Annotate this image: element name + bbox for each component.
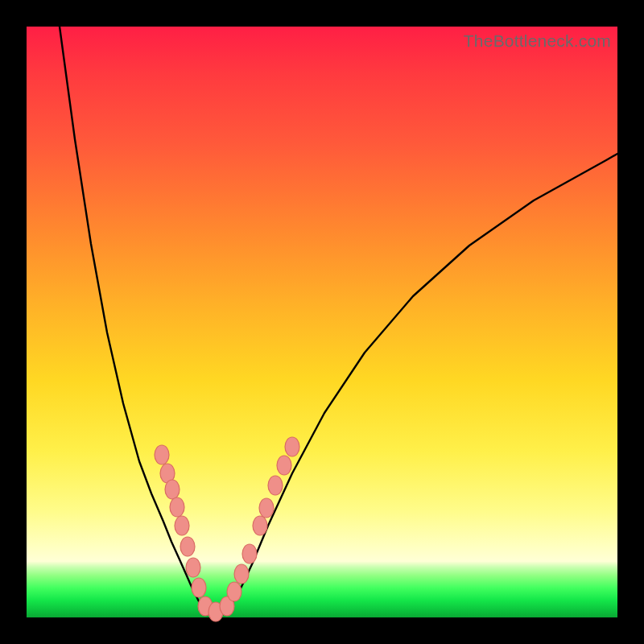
marker-group [155,437,299,621]
data-marker [268,476,283,495]
data-marker [155,445,169,464]
data-marker [242,544,257,564]
data-marker [277,456,291,475]
data-marker [227,582,242,601]
data-marker [234,564,249,584]
chart-svg [27,27,617,617]
plot-area: TheBottleneck.com [27,27,617,617]
data-marker [253,516,267,535]
data-marker [170,497,184,517]
data-marker [285,437,299,456]
outer-frame: TheBottleneck.com [0,0,644,644]
data-marker [180,537,195,556]
bottleneck-curve [60,27,617,612]
data-marker [175,516,189,535]
data-marker [192,578,206,597]
data-marker [165,480,180,499]
data-marker [259,498,274,518]
data-marker [186,558,200,577]
